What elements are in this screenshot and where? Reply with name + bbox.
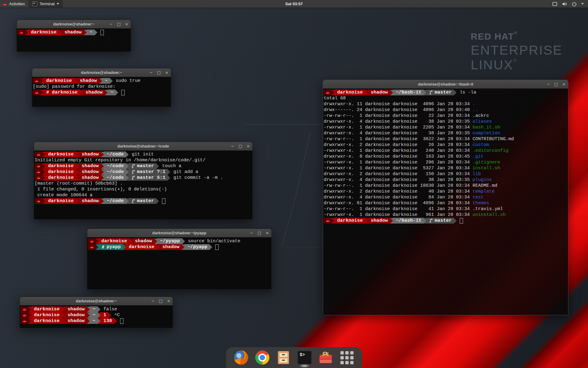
file-name: themes: [473, 200, 489, 206]
terminal-line: darknoiseshadow~/codegit init: [35, 151, 252, 157]
redhat-icon: [22, 308, 27, 311]
terminal-output-text: drwxrwxr-x. 2 darknoise darknoise 150 Ja…: [324, 171, 473, 177]
terminal-content[interactable]: darknoiseshadow~/pyappsource bin/activat…: [87, 237, 271, 289]
powerline-separator: [331, 218, 334, 224]
maximize-button[interactable]: □: [258, 231, 261, 235]
redhat-icon: [36, 153, 41, 156]
terminal-output-text: drwxrwxr-x. 61 darknoise darknoise 4096 …: [324, 200, 473, 206]
file-name: install.sh: [473, 165, 500, 171]
terminal-output-text: [sudo] password for darknoise:: [33, 84, 115, 90]
minimize-button[interactable]: −: [250, 231, 253, 235]
terminal-line: -rwxrwxr-x. 1 darknoise darknoise 240 Ja…: [324, 148, 567, 154]
close-button[interactable]: ×: [266, 231, 269, 235]
terminal-content[interactable]: darknoiseshadow~sudo true[sudo] password…: [32, 77, 171, 107]
terminal-output-text: total 68: [324, 95, 346, 101]
prompt-segment: shadow: [159, 244, 182, 250]
system-status-area[interactable]: [552, 0, 588, 8]
powerline-separator: [101, 169, 104, 175]
dock-item-show-applications[interactable]: [340, 350, 354, 365]
terminal-content[interactable]: darknoiseshadow~/codegit initInitialized…: [34, 151, 252, 220]
close-button[interactable]: ×: [247, 144, 250, 148]
powerline-separator: [42, 169, 45, 175]
prompt-segment: master: [129, 163, 156, 169]
powerline-separator: [365, 90, 368, 95]
close-button[interactable]: ×: [165, 71, 168, 75]
terminal-output-text: drwx------. 24 darknoise darknoise 4096 …: [324, 107, 473, 113]
window-titlebar[interactable]: darknoise@shadow:~/bash-it − □ ×: [323, 80, 568, 89]
maximize-button[interactable]: □: [554, 82, 558, 86]
terminal-output-text: drwxrwxr-x. 2 darknoise darknoise 26 Jan…: [324, 142, 473, 148]
window-title: darknoise@shadow:~/pyapp: [152, 231, 206, 235]
minimize-button[interactable]: −: [151, 299, 155, 303]
prompt-segment: master: [129, 198, 156, 204]
terminal-line: darknoiseshadow~/bash-it masterls -la: [324, 90, 567, 95]
powerline-separator: [115, 90, 118, 95]
maximize-button[interactable]: □: [159, 299, 163, 303]
redhat-icon: [326, 219, 330, 222]
window-titlebar[interactable]: darknoise@shadow:~ − □ ×: [32, 68, 171, 77]
powerline-separator: [40, 78, 43, 84]
dock-item-files[interactable]: [276, 350, 291, 365]
window-titlebar[interactable]: darknoise@shadow:~ − □ ×: [20, 297, 173, 305]
maximize-button[interactable]: □: [239, 144, 242, 148]
window-titlebar[interactable]: darknoise@shadow:~/code − □ ×: [34, 142, 252, 151]
close-button[interactable]: ×: [562, 82, 566, 86]
powerline-separator: [98, 307, 100, 312]
prompt-segment: shadow: [79, 163, 101, 169]
prompt-segment: ~: [107, 90, 115, 95]
registered-mark: ®: [513, 58, 517, 63]
terminal-window-bash-it: darknoise@shadow:~/bash-it − □ × darknoi…: [323, 80, 568, 315]
powerline-separator: [28, 312, 31, 318]
prompt-segment: darknoise: [334, 218, 365, 224]
minimize-button[interactable]: −: [149, 71, 153, 75]
terminal-line: -rwxrwxr-x. 1 darknoise darknoise 961 Ja…: [324, 212, 567, 218]
file-name: .: [473, 101, 475, 107]
dock-item-terminal[interactable]: $>: [297, 350, 312, 365]
prompt-segment: darknoise: [45, 169, 76, 175]
prompt-segment: shadow: [82, 90, 105, 95]
terminal-line: pyappdarknoiseshadow~/pyapp: [88, 244, 271, 250]
terminal-output-text: -rwxrwxr-x. 1 darknoise darknoise 2205 J…: [324, 125, 473, 130]
minimize-button[interactable]: −: [231, 144, 234, 148]
terminal-content[interactable]: darknoiseshadow~: [17, 29, 131, 52]
close-button[interactable]: ×: [167, 299, 170, 303]
dock-item-chrome[interactable]: [255, 350, 270, 365]
window-titlebar[interactable]: darknoise@shadow:~/pyapp − □ ×: [87, 229, 271, 237]
powerline-separator: [390, 218, 393, 224]
command-text: git init: [132, 151, 154, 157]
prompt-segment: shadow: [65, 318, 87, 324]
powerline-separator: [129, 239, 132, 244]
os-badge: [35, 169, 42, 175]
terminal-content[interactable]: darknoiseshadow~/bash-it masterls -latot…: [323, 89, 568, 315]
file-name: CONTRIBUTING.md: [473, 136, 514, 142]
clock[interactable]: Sat 03:57: [285, 2, 303, 6]
os-badge: [88, 238, 96, 244]
powerline-separator: [101, 198, 104, 204]
file-name: .gitignore: [473, 159, 500, 165]
powerline-separator: [42, 175, 45, 181]
minimize-button[interactable]: −: [547, 82, 550, 86]
dock-item-firefox[interactable]: [234, 350, 249, 365]
powerline-separator: [365, 218, 368, 224]
terminal-line: -rwxrwxr-x. 1 darknoise darknoise 206 Ja…: [324, 159, 567, 165]
git-branch-icon: [132, 164, 135, 168]
maximize-button[interactable]: □: [157, 71, 161, 75]
prompt-segment: darknoise: [126, 244, 157, 250]
terminal-content[interactable]: darknoiseshadow~false darknoiseshadow~1^…: [20, 305, 173, 328]
terminal-line: [master (root-commit) 50bcb63] .: [35, 181, 252, 186]
app-menu-terminal[interactable]: $> Terminal: [28, 0, 63, 8]
window-titlebar[interactable]: darknoise@shadow:~ − □ ×: [17, 20, 131, 29]
minimize-button[interactable]: −: [109, 22, 113, 26]
maximize-button[interactable]: □: [117, 22, 121, 26]
app-menu-label: Terminal: [40, 2, 55, 6]
terminal-cursor: [460, 218, 463, 224]
redhat-icon: [36, 199, 41, 203]
powerline-separator: [123, 244, 126, 250]
powerline-separator: [40, 90, 43, 95]
powerline-separator: [62, 312, 65, 318]
volume-icon: [562, 2, 567, 6]
dock-item-toolbox[interactable]: [318, 350, 333, 365]
activities-button[interactable]: Activities: [0, 0, 28, 8]
powerline-separator: [101, 163, 104, 169]
close-button[interactable]: ×: [125, 22, 128, 26]
